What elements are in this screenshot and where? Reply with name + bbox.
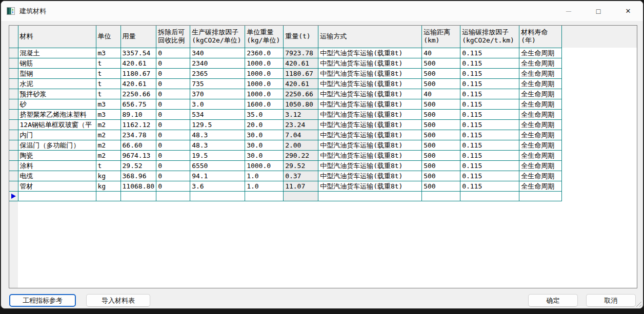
cell-recycle-ratio[interactable]: 0 bbox=[156, 181, 190, 191]
cell-amount[interactable]: 2250.66 bbox=[120, 89, 156, 99]
row-selector[interactable] bbox=[9, 181, 18, 191]
cell-production-factor[interactable] bbox=[190, 191, 245, 201]
cell-transport-mode[interactable]: 中型汽油货车运输(载重8t) bbox=[318, 78, 422, 89]
cell-unit-weight[interactable]: 2360.0 bbox=[245, 48, 284, 58]
cell-production-factor[interactable]: 48.3 bbox=[190, 130, 245, 140]
column-header-recycle-ratio[interactable]: 拆除后可回收比例 bbox=[156, 26, 190, 48]
cell-production-factor[interactable]: 534 bbox=[190, 109, 245, 119]
cell-recycle-ratio[interactable] bbox=[156, 191, 190, 201]
cell-production-factor[interactable]: 6550 bbox=[190, 160, 245, 171]
cell-transport-factor[interactable]: 0.115 bbox=[460, 99, 519, 109]
cell-lifetime[interactable] bbox=[519, 191, 562, 201]
cell-recycle-ratio[interactable]: 0 bbox=[156, 119, 190, 130]
column-header-unit-weight[interactable]: 单位重量(kg/单位) bbox=[245, 26, 284, 48]
cell-unit[interactable]: t bbox=[96, 68, 120, 78]
cell-unit[interactable]: m3 bbox=[96, 99, 120, 109]
cell-material[interactable]: 水泥 bbox=[18, 78, 96, 89]
row-selector-header[interactable] bbox=[9, 26, 18, 48]
row-selector[interactable] bbox=[9, 58, 18, 68]
row-selector[interactable] bbox=[9, 78, 18, 89]
cell-transport-mode[interactable]: 中型汽油货车运输(载重8t) bbox=[318, 140, 422, 150]
cell-unit[interactable]: t bbox=[96, 89, 120, 99]
cell-transport-factor[interactable]: 0.115 bbox=[460, 48, 519, 58]
cell-weight[interactable]: 420.61 bbox=[284, 78, 318, 89]
cell-unit-weight[interactable]: 1000.0 bbox=[245, 58, 284, 68]
cell-recycle-ratio[interactable]: 0 bbox=[156, 89, 190, 99]
cell-weight[interactable]: 420.61 bbox=[284, 58, 318, 68]
row-selector[interactable] bbox=[9, 89, 18, 99]
cell-lifetime[interactable]: 全生命周期 bbox=[519, 48, 562, 58]
cell-transport-factor[interactable]: 0.115 bbox=[460, 150, 519, 160]
column-header-unit[interactable]: 单位 bbox=[96, 26, 120, 48]
cell-transport-mode[interactable]: 中型汽油货车运输(载重8t) bbox=[318, 89, 422, 99]
cell-unit[interactable] bbox=[96, 191, 120, 201]
column-header-distance[interactable]: 运输距离(km) bbox=[422, 26, 460, 48]
cell-production-factor[interactable]: 3.0 bbox=[190, 99, 245, 109]
column-header-transport-factor[interactable]: 运输碳排放因子(kgCO2e/t.km) bbox=[460, 26, 519, 48]
cell-unit-weight[interactable]: 1000.0 bbox=[245, 68, 284, 78]
row-selector[interactable] bbox=[9, 150, 18, 160]
cell-material[interactable]: 涂料 bbox=[18, 160, 96, 171]
cell-distance[interactable]: 500 bbox=[422, 119, 460, 130]
cell-distance[interactable]: 500 bbox=[422, 109, 460, 119]
cell-transport-mode[interactable]: 中型汽油货车运输(载重8t) bbox=[318, 99, 422, 109]
cell-material[interactable]: 陶瓷 bbox=[18, 150, 96, 160]
cell-production-factor[interactable]: 340 bbox=[190, 48, 245, 58]
cell-transport-mode[interactable]: 中型汽油货车运输(载重8t) bbox=[318, 109, 422, 119]
cell-unit-weight[interactable]: 1.0 bbox=[245, 181, 284, 191]
cell-transport-factor[interactable]: 0.115 bbox=[460, 160, 519, 171]
cell-weight[interactable]: 290.22 bbox=[284, 150, 318, 160]
cell-unit-weight[interactable]: 20.0 bbox=[245, 119, 284, 130]
cell-transport-mode[interactable]: 中型汽油货车运输(载重8t) bbox=[318, 68, 422, 78]
cell-recycle-ratio[interactable]: 0 bbox=[156, 99, 190, 109]
cell-production-factor[interactable]: 94.1 bbox=[190, 171, 245, 181]
cell-amount[interactable]: 420.61 bbox=[120, 78, 156, 89]
cell-material[interactable]: 管材 bbox=[18, 181, 96, 191]
cell-transport-factor[interactable]: 0.115 bbox=[460, 68, 519, 78]
cell-unit[interactable]: m3 bbox=[96, 48, 120, 58]
maximize-button[interactable]: □ bbox=[583, 1, 613, 21]
cell-amount[interactable]: 420.61 bbox=[120, 58, 156, 68]
cell-weight[interactable]: 29.52 bbox=[284, 160, 318, 171]
cell-unit-weight[interactable]: 35.0 bbox=[245, 109, 284, 119]
row-selector[interactable] bbox=[9, 140, 18, 150]
cell-distance[interactable]: 500 bbox=[422, 130, 460, 140]
column-header-material[interactable]: 材料 bbox=[18, 26, 96, 48]
cell-distance[interactable]: 500 bbox=[422, 140, 460, 150]
cell-weight[interactable]: 7.04 bbox=[284, 130, 318, 140]
cell-recycle-ratio[interactable]: 0 bbox=[156, 48, 190, 58]
cell-transport-factor[interactable]: 0.115 bbox=[460, 119, 519, 130]
row-selector[interactable] bbox=[9, 191, 18, 201]
cell-material[interactable] bbox=[18, 191, 96, 201]
row-selector[interactable] bbox=[9, 99, 18, 109]
cell-material[interactable]: 混凝土 bbox=[18, 48, 96, 58]
cell-transport-mode[interactable]: 中型汽油货车运输(载重8t) bbox=[318, 48, 422, 58]
cell-unit[interactable]: m2 bbox=[96, 119, 120, 130]
ok-button[interactable]: 确定 bbox=[528, 294, 578, 307]
cell-distance[interactable]: 40 bbox=[422, 89, 460, 99]
cell-material[interactable]: 保温门（多功能门） bbox=[18, 140, 96, 150]
cell-lifetime[interactable]: 全生命周期 bbox=[519, 58, 562, 68]
column-header-weight[interactable]: 重量(t) bbox=[284, 26, 318, 48]
cell-unit-weight[interactable]: 1000.0 bbox=[245, 89, 284, 99]
cell-weight[interactable]: 1050.80 bbox=[284, 99, 318, 109]
cell-material[interactable]: 预拌砂浆 bbox=[18, 89, 96, 99]
cell-production-factor[interactable]: 3.6 bbox=[190, 181, 245, 191]
cell-distance[interactable]: 500 bbox=[422, 58, 460, 68]
cancel-button[interactable]: 取消 bbox=[586, 294, 636, 307]
cell-unit-weight[interactable]: 1.0 bbox=[245, 171, 284, 181]
cell-lifetime[interactable]: 全生命周期 bbox=[519, 160, 562, 171]
cell-amount[interactable]: 1162.12 bbox=[120, 119, 156, 130]
cell-transport-factor[interactable]: 0.115 bbox=[460, 78, 519, 89]
cell-distance[interactable]: 500 bbox=[422, 181, 460, 191]
cell-unit[interactable]: m3 bbox=[96, 109, 120, 119]
cell-recycle-ratio[interactable]: 0 bbox=[156, 130, 190, 140]
cell-amount[interactable]: 3357.54 bbox=[120, 48, 156, 58]
cell-weight[interactable]: 1180.67 bbox=[284, 68, 318, 78]
cell-lifetime[interactable]: 全生命周期 bbox=[519, 171, 562, 181]
engineering-indicator-reference-button[interactable]: 工程指标参考 bbox=[9, 294, 76, 307]
cell-unit[interactable]: t bbox=[96, 78, 120, 89]
cell-unit[interactable]: m2 bbox=[96, 140, 120, 150]
cell-transport-mode[interactable]: 中型汽油货车运输(载重8t) bbox=[318, 58, 422, 68]
cell-amount[interactable]: 11068.80 bbox=[120, 181, 156, 191]
